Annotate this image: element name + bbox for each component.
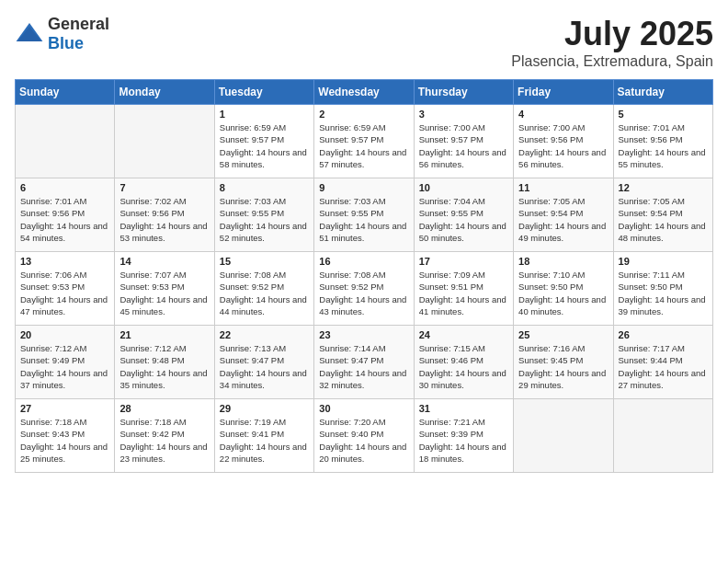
day-number: 21 bbox=[119, 329, 209, 340]
calendar-cell: 5 Sunrise: 7:01 AMSunset: 9:56 PMDayligh… bbox=[613, 105, 712, 178]
calendar-cell: 24 Sunrise: 7:15 AMSunset: 9:46 PMDaylig… bbox=[414, 326, 513, 399]
calendar-cell: 8 Sunrise: 7:03 AMSunset: 9:55 PMDayligh… bbox=[214, 178, 313, 252]
svg-marker-1 bbox=[17, 27, 41, 41]
day-number: 12 bbox=[619, 182, 708, 193]
day-info: Sunrise: 7:11 AMSunset: 9:50 PMDaylight:… bbox=[619, 269, 708, 317]
day-number: 26 bbox=[619, 329, 708, 340]
header-day: Wednesday bbox=[314, 80, 414, 105]
day-info: Sunrise: 7:12 AMSunset: 9:48 PMDaylight:… bbox=[119, 342, 209, 391]
day-number: 6 bbox=[20, 182, 109, 193]
day-number: 8 bbox=[220, 182, 309, 193]
day-info: Sunrise: 7:19 AMSunset: 9:41 PMDaylight:… bbox=[220, 416, 309, 465]
calendar-cell: 29 Sunrise: 7:19 AMSunset: 9:41 PMDaylig… bbox=[214, 399, 313, 473]
day-number: 2 bbox=[319, 109, 408, 120]
calendar-cell bbox=[115, 105, 214, 178]
day-info: Sunrise: 7:01 AMSunset: 9:56 PMDaylight:… bbox=[619, 121, 708, 170]
header-day: Tuesday bbox=[214, 80, 313, 105]
calendar-cell: 10 Sunrise: 7:04 AMSunset: 9:55 PMDaylig… bbox=[414, 178, 513, 252]
header-day: Monday bbox=[115, 80, 214, 105]
day-info: Sunrise: 7:04 AMSunset: 9:55 PMDaylight:… bbox=[419, 195, 508, 244]
calendar-cell: 23 Sunrise: 7:14 AMSunset: 9:47 PMDaylig… bbox=[314, 326, 414, 399]
calendar-cell: 31 Sunrise: 7:21 AMSunset: 9:39 PMDaylig… bbox=[414, 399, 513, 473]
calendar-cell bbox=[16, 105, 115, 178]
calendar-cell: 14 Sunrise: 7:07 AMSunset: 9:53 PMDaylig… bbox=[115, 252, 214, 326]
calendar-week-row: 27 Sunrise: 7:18 AMSunset: 9:43 PMDaylig… bbox=[16, 399, 713, 473]
day-number: 4 bbox=[518, 109, 608, 120]
day-info: Sunrise: 7:21 AMSunset: 9:39 PMDaylight:… bbox=[419, 416, 508, 465]
calendar-cell: 20 Sunrise: 7:12 AMSunset: 9:49 PMDaylig… bbox=[16, 326, 115, 399]
header-day: Saturday bbox=[613, 80, 712, 105]
calendar-cell: 25 Sunrise: 7:16 AMSunset: 9:45 PMDaylig… bbox=[514, 326, 613, 399]
calendar-cell: 4 Sunrise: 7:00 AMSunset: 9:56 PMDayligh… bbox=[514, 105, 613, 178]
day-number: 18 bbox=[518, 256, 608, 267]
calendar-cell: 30 Sunrise: 7:20 AMSunset: 9:40 PMDaylig… bbox=[314, 399, 414, 473]
day-info: Sunrise: 7:09 AMSunset: 9:51 PMDaylight:… bbox=[419, 269, 508, 317]
day-number: 3 bbox=[419, 109, 508, 120]
day-info: Sunrise: 7:10 AMSunset: 9:50 PMDaylight:… bbox=[518, 269, 608, 317]
day-info: Sunrise: 7:16 AMSunset: 9:45 PMDaylight:… bbox=[518, 342, 608, 391]
calendar-cell: 12 Sunrise: 7:05 AMSunset: 9:54 PMDaylig… bbox=[613, 178, 712, 252]
day-number: 30 bbox=[319, 403, 408, 414]
calendar-cell: 3 Sunrise: 7:00 AMSunset: 9:57 PMDayligh… bbox=[414, 105, 513, 178]
logo-text: General Blue bbox=[48, 15, 109, 53]
logo-general: General bbox=[48, 15, 109, 33]
calendar-cell: 18 Sunrise: 7:10 AMSunset: 9:50 PMDaylig… bbox=[514, 252, 613, 326]
calendar-cell: 22 Sunrise: 7:13 AMSunset: 9:47 PMDaylig… bbox=[214, 326, 313, 399]
day-number: 14 bbox=[119, 256, 209, 267]
title-section: July 2025 Plasencia, Extremadura, Spain bbox=[511, 15, 713, 70]
month-title: July 2025 bbox=[511, 15, 713, 53]
day-number: 1 bbox=[220, 109, 309, 120]
day-number: 31 bbox=[419, 403, 508, 414]
day-info: Sunrise: 7:05 AMSunset: 9:54 PMDaylight:… bbox=[619, 195, 708, 244]
calendar-cell: 7 Sunrise: 7:02 AMSunset: 9:56 PMDayligh… bbox=[115, 178, 214, 252]
day-info: Sunrise: 6:59 AMSunset: 9:57 PMDaylight:… bbox=[220, 121, 309, 170]
day-info: Sunrise: 7:03 AMSunset: 9:55 PMDaylight:… bbox=[319, 195, 408, 244]
header-day: Thursday bbox=[414, 80, 513, 105]
calendar-cell: 28 Sunrise: 7:18 AMSunset: 9:42 PMDaylig… bbox=[115, 399, 214, 473]
day-number: 9 bbox=[319, 182, 408, 193]
day-info: Sunrise: 7:00 AMSunset: 9:56 PMDaylight:… bbox=[518, 121, 608, 170]
header: General Blue July 2025 Plasencia, Extrem… bbox=[15, 15, 713, 70]
calendar-cell: 2 Sunrise: 6:59 AMSunset: 9:57 PMDayligh… bbox=[314, 105, 414, 178]
calendar-cell: 26 Sunrise: 7:17 AMSunset: 9:44 PMDaylig… bbox=[613, 326, 712, 399]
day-number: 20 bbox=[20, 329, 109, 340]
day-number: 19 bbox=[619, 256, 708, 267]
calendar-cell: 19 Sunrise: 7:11 AMSunset: 9:50 PMDaylig… bbox=[613, 252, 712, 326]
calendar-week-row: 20 Sunrise: 7:12 AMSunset: 9:49 PMDaylig… bbox=[16, 326, 713, 399]
day-info: Sunrise: 7:13 AMSunset: 9:47 PMDaylight:… bbox=[220, 342, 309, 391]
day-info: Sunrise: 7:02 AMSunset: 9:56 PMDaylight:… bbox=[119, 195, 209, 244]
day-number: 22 bbox=[220, 329, 309, 340]
calendar-cell: 15 Sunrise: 7:08 AMSunset: 9:52 PMDaylig… bbox=[214, 252, 313, 326]
day-info: Sunrise: 7:17 AMSunset: 9:44 PMDaylight:… bbox=[619, 342, 708, 391]
day-number: 23 bbox=[319, 329, 408, 340]
day-number: 15 bbox=[220, 256, 309, 267]
day-number: 11 bbox=[518, 182, 608, 193]
day-info: Sunrise: 7:00 AMSunset: 9:57 PMDaylight:… bbox=[419, 121, 508, 170]
day-number: 29 bbox=[220, 403, 309, 414]
header-row: SundayMondayTuesdayWednesdayThursdayFrid… bbox=[16, 80, 713, 105]
day-info: Sunrise: 7:18 AMSunset: 9:42 PMDaylight:… bbox=[119, 416, 209, 465]
day-number: 10 bbox=[419, 182, 508, 193]
calendar-cell: 11 Sunrise: 7:05 AMSunset: 9:54 PMDaylig… bbox=[514, 178, 613, 252]
logo-icon bbox=[15, 19, 44, 49]
day-number: 25 bbox=[518, 329, 608, 340]
calendar-cell: 27 Sunrise: 7:18 AMSunset: 9:43 PMDaylig… bbox=[16, 399, 115, 473]
calendar-cell: 9 Sunrise: 7:03 AMSunset: 9:55 PMDayligh… bbox=[314, 178, 414, 252]
day-number: 7 bbox=[119, 182, 209, 193]
day-number: 28 bbox=[119, 403, 209, 414]
day-info: Sunrise: 7:06 AMSunset: 9:53 PMDaylight:… bbox=[20, 269, 109, 317]
day-number: 17 bbox=[419, 256, 508, 267]
logo: General Blue bbox=[15, 15, 109, 53]
day-info: Sunrise: 7:18 AMSunset: 9:43 PMDaylight:… bbox=[20, 416, 109, 465]
day-info: Sunrise: 7:05 AMSunset: 9:54 PMDaylight:… bbox=[518, 195, 608, 244]
calendar-cell bbox=[514, 399, 613, 473]
header-day: Friday bbox=[514, 80, 613, 105]
day-info: Sunrise: 7:14 AMSunset: 9:47 PMDaylight:… bbox=[319, 342, 408, 391]
calendar-week-row: 1 Sunrise: 6:59 AMSunset: 9:57 PMDayligh… bbox=[16, 105, 713, 178]
day-info: Sunrise: 7:12 AMSunset: 9:49 PMDaylight:… bbox=[20, 342, 109, 391]
day-number: 16 bbox=[319, 256, 408, 267]
day-info: Sunrise: 7:01 AMSunset: 9:56 PMDaylight:… bbox=[20, 195, 109, 244]
logo-blue: Blue bbox=[48, 34, 84, 52]
day-number: 24 bbox=[419, 329, 508, 340]
calendar-week-row: 6 Sunrise: 7:01 AMSunset: 9:56 PMDayligh… bbox=[16, 178, 713, 252]
